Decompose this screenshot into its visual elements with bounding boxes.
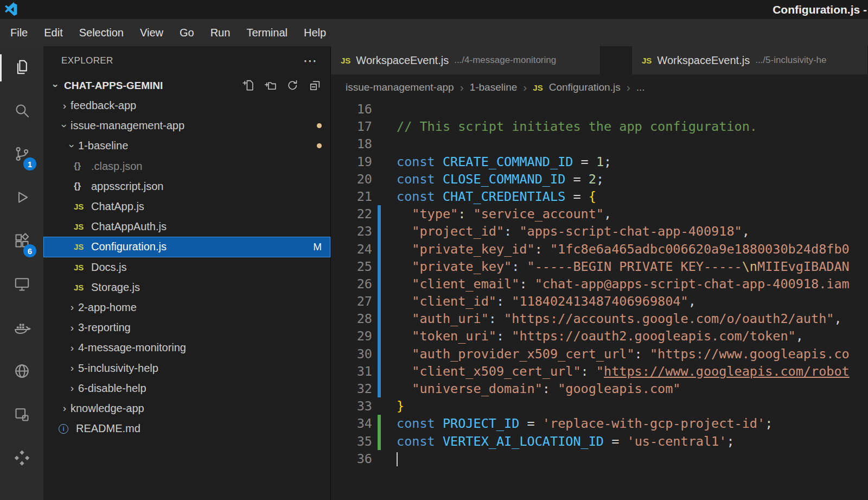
js-file-icon: JS xyxy=(74,283,91,292)
breadcrumb-symbol[interactable]: ... xyxy=(636,81,645,93)
line-number: 19 xyxy=(331,153,372,170)
breadcrumb-file[interactable]: Configuration.js xyxy=(549,81,621,93)
menu-run[interactable]: Run xyxy=(202,27,239,39)
tree-item-3-reporting[interactable]: ›3-reporting xyxy=(43,318,330,338)
new-folder-icon[interactable] xyxy=(264,79,277,92)
tree-item-appsscript.json[interactable]: {}appsscript.json xyxy=(43,176,330,197)
tree-item-issue-management-app[interactable]: ›issue-management-app xyxy=(43,116,330,136)
tab-workspaceevent-5-inclusivity-help[interactable]: JS WorkspaceEvent.js .../5-inclusivity-h… xyxy=(632,46,868,74)
tree-item-Storage.js[interactable]: JSStorage.js xyxy=(43,277,330,298)
line-number: 34 xyxy=(331,415,372,432)
code-line-27[interactable]: 27 "client_id": "118402413487406969804", xyxy=(331,293,868,310)
tree-item-label: appsscript.json xyxy=(91,180,163,193)
line-number: 25 xyxy=(331,258,372,275)
tree-item-ChatAppAuth.js[interactable]: JSChatAppAuth.js xyxy=(43,217,330,237)
chevron-right-icon: › xyxy=(66,362,78,374)
gutter xyxy=(378,100,381,118)
tree-item-6-disable-help[interactable]: ›6-disable-help xyxy=(43,378,330,398)
breadcrumb-folder[interactable]: 1-baseline xyxy=(470,81,518,93)
menu-edit[interactable]: Edit xyxy=(36,27,71,39)
code-text: "type": "service_account", xyxy=(397,205,611,223)
gutter-mod-indicator xyxy=(378,380,381,397)
tree-item-1-baseline[interactable]: ›1-baseline xyxy=(43,136,330,156)
code-line-30[interactable]: 30 "auth_provider_x509_cert_url": "https… xyxy=(331,345,868,363)
text-cursor xyxy=(397,452,398,466)
chevron-right-icon: › xyxy=(59,402,71,414)
tree-item-feedback-app[interactable]: ›feedback-app xyxy=(43,96,330,116)
js-file-icon: JS xyxy=(642,56,652,65)
code-line-32[interactable]: 32 "universe_domain": "googleapis.com" xyxy=(331,380,868,397)
activity-remote-explorer-button[interactable] xyxy=(0,263,43,307)
run-debug-icon xyxy=(13,188,31,208)
code-line-36[interactable]: 36 xyxy=(331,450,868,467)
tree-item-README.md[interactable]: iREADME.md xyxy=(43,419,330,439)
tree-item-label: 5-inclusivity-help xyxy=(78,362,158,375)
tree-item-ChatApp.js[interactable]: JSChatApp.js xyxy=(43,197,330,217)
tree-item-Docs.js[interactable]: JSDocs.js xyxy=(43,257,330,277)
code-text: // This script initiates the app configu… xyxy=(397,118,757,135)
explorer-header: EXPLORER ⋯ xyxy=(43,46,330,75)
menu-selection[interactable]: Selection xyxy=(71,27,132,39)
code-text: const PROJECT_ID = 'replace-with-gcp-pro… xyxy=(397,415,773,432)
code-line-21[interactable]: 21const CHAT_CREDENTIALS = { xyxy=(331,188,868,205)
activity-globe-button[interactable] xyxy=(0,350,43,394)
code-line-19[interactable]: 19const CREATE_COMMAND_ID = 1; xyxy=(331,153,868,170)
menu-go[interactable]: Go xyxy=(171,27,202,39)
code-text: "auth_provider_x509_cert_url": "https://… xyxy=(397,345,850,363)
ellipsis-icon[interactable]: ⋯ xyxy=(303,58,317,64)
code-line-20[interactable]: 20const CLOSE_COMMAND_ID = 2; xyxy=(331,170,868,188)
activity-preview-button[interactable] xyxy=(0,394,43,437)
gutter-add-indicator xyxy=(378,433,381,450)
explorer-title: EXPLORER xyxy=(61,55,113,66)
refresh-icon[interactable] xyxy=(286,79,299,92)
activity-search-button[interactable] xyxy=(0,90,43,133)
code-line-24[interactable]: 24 "private_key_id": "1fc8e6a465adbc0066… xyxy=(331,240,868,258)
json-file-icon: {} xyxy=(74,181,91,192)
collapse-all-icon[interactable] xyxy=(308,79,322,92)
code-area[interactable]: 1617// This script initiates the app con… xyxy=(331,100,868,500)
activity-source-control-button[interactable]: 1 xyxy=(0,133,43,176)
code-line-34[interactable]: 34const PROJECT_ID = 'replace-with-gcp-p… xyxy=(331,415,868,432)
menu-bar: File Edit Selection View Go Run Terminal… xyxy=(0,19,868,46)
git-modified-dot xyxy=(317,143,322,148)
code-line-22[interactable]: 22 "type": "service_account", xyxy=(331,205,868,223)
code-line-28[interactable]: 28 "auth_uri": "https://accounts.google.… xyxy=(331,310,868,327)
code-text: "private_key_id": "1fc8e6a465adbc006620a… xyxy=(397,240,850,258)
code-line-31[interactable]: 31 "client_x509_cert_url": "https://www.… xyxy=(331,363,868,380)
tree-item-.clasp.json[interactable]: {}.clasp.json xyxy=(43,156,330,176)
menu-file[interactable]: File xyxy=(2,27,36,39)
code-line-16[interactable]: 16 xyxy=(331,100,868,118)
code-line-33[interactable]: 33} xyxy=(331,397,868,415)
tree-item-Configuration.js[interactable]: JSConfiguration.jsM xyxy=(43,237,330,257)
workspace-section-header[interactable]: › CHAT-APPS-GEMINI xyxy=(43,75,330,96)
activity-explorer-button[interactable] xyxy=(0,46,43,90)
new-file-icon[interactable] xyxy=(241,79,255,92)
activity-docker-button[interactable] xyxy=(0,307,43,350)
activity-run-debug-button[interactable] xyxy=(0,176,43,220)
tab-bar-spacer xyxy=(601,46,632,74)
gutter-mod-indicator xyxy=(378,310,381,327)
tree-item-2-app-home[interactable]: ›2-app-home xyxy=(43,298,330,318)
line-number: 33 xyxy=(331,397,372,415)
activity-diamonds-button[interactable] xyxy=(0,437,43,480)
code-line-18[interactable]: 18 xyxy=(331,135,868,153)
code-line-25[interactable]: 25 "private_key": "-----BEGIN PRIVATE KE… xyxy=(331,258,868,275)
tab-workspaceevent-4-message-monitoring[interactable]: JS WorkspaceEvent.js .../4-message-monit… xyxy=(331,46,601,74)
code-line-29[interactable]: 29 "token_uri": "https://oauth2.googleap… xyxy=(331,327,868,345)
menu-terminal[interactable]: Terminal xyxy=(238,27,296,39)
code-line-23[interactable]: 23 "project_id": "apps-script-chat-app-4… xyxy=(331,223,868,240)
tree-item-4-message-monitoring[interactable]: ›4-message-monitoring xyxy=(43,338,330,358)
tree-item-label: 6-disable-help xyxy=(78,382,146,395)
tree-item-knowledge-app[interactable]: ›knowledge-app xyxy=(43,398,330,419)
code-line-35[interactable]: 35const VERTEX_AI_LOCATION_ID = 'us-cent… xyxy=(331,433,868,450)
menu-view[interactable]: View xyxy=(132,27,171,39)
activity-extensions-button[interactable]: 6 xyxy=(0,220,43,263)
tree-item-5-inclusivity-help[interactable]: ›5-inclusivity-help xyxy=(43,358,330,378)
menu-help[interactable]: Help xyxy=(296,27,334,39)
js-file-icon: JS xyxy=(74,263,91,272)
count-badge: 6 xyxy=(23,244,36,257)
tree-item-label: issue-management-app xyxy=(71,119,184,132)
code-line-17[interactable]: 17// This script initiates the app confi… xyxy=(331,118,868,135)
breadcrumb-folder[interactable]: issue-management-app xyxy=(346,81,454,93)
code-line-26[interactable]: 26 "client_email": "chat-app@apps-script… xyxy=(331,275,868,293)
